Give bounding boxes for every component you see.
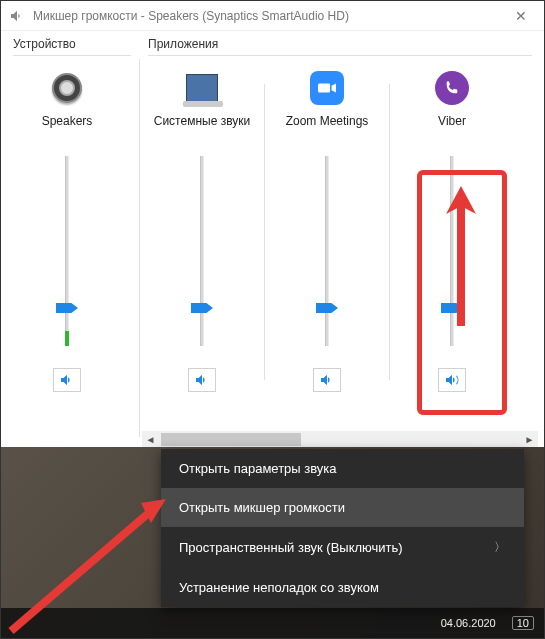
scroll-track[interactable] <box>159 431 521 448</box>
menu-open-sound-settings[interactable]: Открыть параметры звука <box>161 449 524 488</box>
volume-slider[interactable] <box>316 156 338 346</box>
mute-button[interactable] <box>438 368 466 392</box>
chevron-right-icon: 〉 <box>494 539 506 556</box>
channel-label: Viber <box>438 114 466 144</box>
close-button[interactable]: ✕ <box>506 8 536 24</box>
group-divider <box>139 59 140 437</box>
menu-label: Открыть параметры звука <box>179 461 337 476</box>
phone-icon <box>444 80 460 96</box>
mute-button[interactable] <box>53 368 81 392</box>
speaker-icon <box>444 372 460 388</box>
zoom-app-icon[interactable] <box>303 68 351 108</box>
volume-icon <box>9 8 25 24</box>
volume-slider[interactable] <box>191 156 213 346</box>
taskbar-date: 04.06.2020 <box>441 617 496 629</box>
system-sounds-icon[interactable] <box>178 68 226 108</box>
channel-divider <box>264 84 265 380</box>
mute-button[interactable] <box>188 368 216 392</box>
window-title: Микшер громкости - Speakers (Synaptics S… <box>33 9 349 23</box>
notification-count[interactable]: 10 <box>512 616 534 630</box>
volume-slider[interactable] <box>441 156 463 346</box>
sound-context-menu: Открыть параметры звука Открыть микшер г… <box>161 449 524 607</box>
taskbar: 04.06.2020 10 <box>1 608 544 638</box>
menu-troubleshoot-sound[interactable]: Устранение неполадок со звуком <box>161 568 524 607</box>
menu-label: Устранение неполадок со звуком <box>179 580 379 595</box>
titlebar: Микшер громкости - Speakers (Synaptics S… <box>1 1 544 31</box>
speaker-icon <box>319 372 335 388</box>
channel-divider <box>389 84 390 380</box>
device-output-icon[interactable] <box>43 68 91 108</box>
device-group: Устройство Speakers <box>7 35 137 449</box>
menu-label: Открыть микшер громкости <box>179 500 345 515</box>
channel-zoom: Zoom Meetings <box>267 60 387 392</box>
viber-app-icon[interactable] <box>428 68 476 108</box>
menu-label: Пространственный звук (Выключить) <box>179 540 403 555</box>
speaker-icon <box>194 372 210 388</box>
camera-icon <box>318 82 336 94</box>
mute-button[interactable] <box>313 368 341 392</box>
scroll-thumb[interactable] <box>161 433 301 446</box>
scroll-left-arrow[interactable]: ◄ <box>142 431 159 448</box>
menu-open-volume-mixer[interactable]: Открыть микшер громкости <box>161 488 524 527</box>
horizontal-scrollbar[interactable]: ◄ ► <box>142 431 538 448</box>
apps-group-label: Приложения <box>142 35 538 53</box>
channel-label: Zoom Meetings <box>286 114 369 144</box>
channel-system-sounds: Системные звуки <box>142 60 262 392</box>
channel-label: Speakers <box>42 114 93 144</box>
channel-viber: Viber <box>392 60 512 392</box>
volume-slider[interactable] <box>56 156 78 346</box>
mixer-body: Устройство Speakers Приложения <box>1 31 544 449</box>
device-group-label: Устройство <box>7 35 137 53</box>
menu-spatial-sound[interactable]: Пространственный звук (Выключить) 〉 <box>161 527 524 568</box>
apps-group: Приложения Системные звуки <box>142 35 538 449</box>
channel-device: Speakers <box>7 60 127 392</box>
speaker-icon <box>59 372 75 388</box>
scroll-right-arrow[interactable]: ► <box>521 431 538 448</box>
channel-label: Системные звуки <box>154 114 250 144</box>
